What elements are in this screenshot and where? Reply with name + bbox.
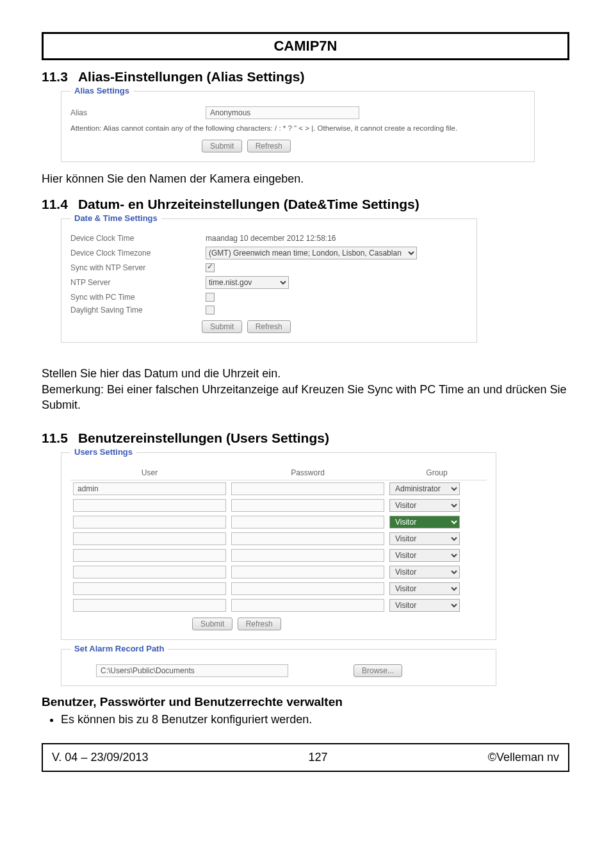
table-row: Visitor: [70, 597, 487, 614]
sync-pc-label: Sync with PC Time: [70, 293, 202, 302]
sync-pc-checkbox[interactable]: [206, 293, 215, 302]
ntp-server-select[interactable]: time.nist.gov: [206, 276, 289, 289]
sync-ntp-label: Sync with NTP Server: [70, 263, 202, 272]
s11-4-body1: Stellen Sie hier das Datum und die Uhrze…: [42, 366, 569, 381]
alias-attention: Attention: Alias cannot contain any of t…: [70, 121, 525, 136]
group-select[interactable]: Visitor: [389, 549, 460, 562]
footer-right: ©Velleman nv: [488, 751, 559, 764]
group-select[interactable]: Visitor: [389, 582, 460, 595]
datetime-submit-button[interactable]: Submit: [202, 320, 242, 333]
doc-header: CAMIP7N: [42, 32, 569, 60]
alias-label: Alias: [70, 108, 202, 117]
table-row: Visitor: [70, 580, 487, 597]
table-row: Visitor: [70, 514, 487, 530]
doc-title: CAMIP7N: [273, 38, 337, 54]
user-input[interactable]: [73, 599, 226, 612]
section-num: 11.4: [42, 197, 68, 211]
s11-4-body2: Bemerkung: Bei einer falschen Uhrzeitanz…: [42, 382, 569, 413]
group-select[interactable]: Administrator: [389, 482, 460, 495]
browse-button[interactable]: Browse...: [354, 664, 402, 677]
user-input[interactable]: [73, 516, 226, 528]
section-num: 11.5: [42, 430, 68, 445]
footer-left: V. 04 – 23/09/2013: [52, 751, 148, 764]
alarm-path-panel: Set Alarm Record Path Browse...: [61, 649, 496, 686]
s11-3-body: Hier können Sie den Namen der Kamera ein…: [42, 171, 569, 186]
section-11-5-heading: 11.5Benutzereinstellungen (Users Setting…: [42, 430, 569, 446]
alarm-path-input[interactable]: [96, 664, 288, 677]
alias-refresh-button[interactable]: Refresh: [247, 140, 291, 152]
alias-submit-button[interactable]: Submit: [202, 140, 242, 152]
user-input[interactable]: [73, 582, 226, 595]
password-input[interactable]: [231, 566, 384, 578]
dst-checkbox[interactable]: [206, 306, 215, 315]
users-legend: Users Settings: [70, 447, 136, 457]
users-settings-panel: Users Settings User Password Group Admin…: [61, 452, 496, 640]
users-table: User Password Group AdministratorVisitor…: [70, 466, 487, 614]
group-select[interactable]: Visitor: [389, 566, 460, 578]
password-input[interactable]: [231, 599, 384, 612]
users-tbody: AdministratorVisitorVisitorVisitorVisito…: [70, 480, 487, 614]
user-input[interactable]: [73, 549, 226, 562]
alias-input[interactable]: [206, 106, 359, 119]
clock-time-label: Device Clock Time: [70, 234, 202, 243]
group-select[interactable]: Visitor: [389, 499, 460, 512]
alias-settings-panel: Alias Settings Alias Attention: Alias ca…: [61, 91, 535, 162]
password-input[interactable]: [231, 549, 384, 562]
table-row: Visitor: [70, 530, 487, 547]
section-11-4-heading: 11.4Datum- en Uhrzeiteinstellungen (Date…: [42, 197, 569, 212]
clock-time-value: maandag 10 december 2012 12:58:16: [206, 234, 336, 243]
s11-5-bullets: Es können bis zu 8 Benutzer konfiguriert…: [61, 713, 569, 726]
user-input[interactable]: [73, 532, 226, 545]
doc-footer: V. 04 – 23/09/2013 127 ©Velleman nv: [42, 743, 569, 772]
password-input[interactable]: [231, 499, 384, 512]
users-refresh-button[interactable]: Refresh: [238, 618, 281, 630]
group-select[interactable]: Visitor: [389, 532, 460, 545]
table-row: Visitor: [70, 547, 487, 564]
table-row: Visitor: [70, 497, 487, 514]
bullet-item: Es können bis zu 8 Benutzer konfiguriert…: [61, 713, 569, 726]
datetime-refresh-button[interactable]: Refresh: [247, 320, 291, 333]
users-th-group: Group: [387, 466, 487, 480]
user-input[interactable]: [73, 482, 226, 495]
datetime-settings-panel: Date & Time Settings Device Clock Time m…: [61, 218, 477, 343]
timezone-label: Device Clock Timezone: [70, 249, 202, 258]
alarm-path-legend: Set Alarm Record Path: [70, 644, 168, 653]
timezone-select[interactable]: (GMT) Greenwich mean time; London, Lisbo…: [206, 247, 417, 259]
section-num: 11.3: [42, 69, 68, 84]
group-select[interactable]: Visitor: [389, 516, 460, 528]
section-title: Benutzereinstellungen (Users Settings): [78, 430, 329, 445]
footer-center: 127: [309, 751, 328, 764]
ntp-server-label: NTP Server: [70, 278, 202, 287]
sync-ntp-checkbox[interactable]: [206, 263, 215, 272]
user-input[interactable]: [73, 566, 226, 578]
datetime-legend: Date & Time Settings: [70, 213, 161, 223]
section-title: Datum- en Uhrzeiteinstellungen (Date&Tim…: [78, 197, 420, 211]
users-th-user: User: [70, 466, 229, 480]
dst-label: Daylight Saving Time: [70, 306, 202, 315]
users-th-password: Password: [229, 466, 387, 480]
users-submit-button[interactable]: Submit: [192, 618, 232, 630]
table-row: Administrator: [70, 480, 487, 498]
section-title: Alias-Einstellungen (Alias Settings): [78, 69, 305, 84]
password-input[interactable]: [231, 582, 384, 595]
password-input[interactable]: [231, 516, 384, 528]
alias-legend: Alias Settings: [70, 86, 133, 95]
password-input[interactable]: [231, 482, 384, 495]
password-input[interactable]: [231, 532, 384, 545]
group-select[interactable]: Visitor: [389, 599, 460, 612]
s11-5-subheading: Benutzer, Passwörter und Benutzerrechte …: [42, 695, 569, 709]
section-11-3-heading: 11.3Alias-Einstellungen (Alias Settings): [42, 69, 569, 85]
user-input[interactable]: [73, 499, 226, 512]
table-row: Visitor: [70, 564, 487, 580]
